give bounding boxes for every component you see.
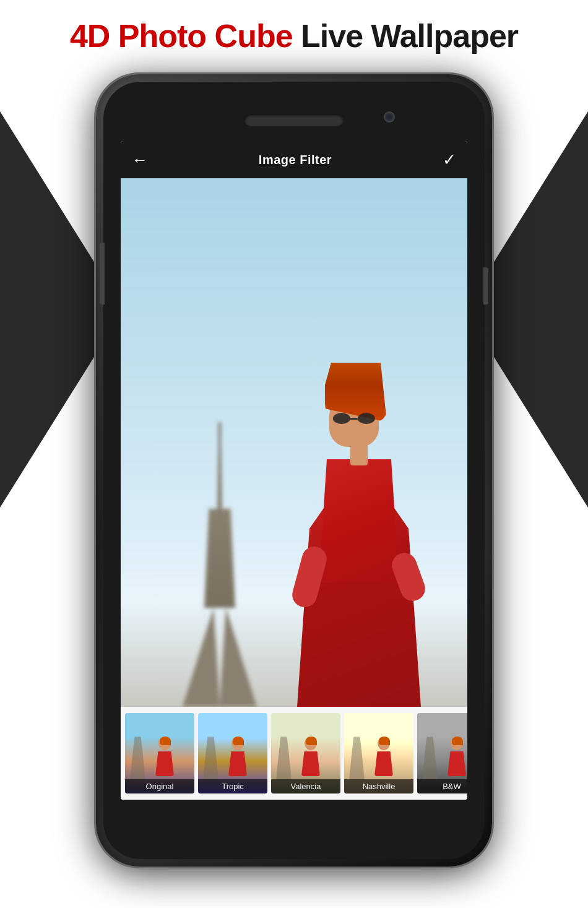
thumb-person-tropic — [225, 737, 250, 780]
thumb-hair-original — [160, 737, 171, 745]
title-cube: Cube — [215, 18, 293, 54]
thumb-body-tropic — [228, 751, 247, 776]
camera-icon — [384, 111, 395, 123]
thumb-person-original — [152, 737, 177, 780]
back-button[interactable]: ← — [132, 150, 148, 170]
thumb-person-valencia — [298, 737, 323, 780]
thumb-head-nashville — [378, 737, 390, 750]
title-4d: 4D Photo — [70, 18, 215, 54]
filter-item-valencia[interactable]: Valencia — [271, 713, 340, 793]
power-button — [483, 267, 488, 305]
filter-item-nashville[interactable]: Nashville — [344, 713, 413, 793]
filter-label-tropic: Tropic — [198, 779, 267, 793]
phone-device: ← Image Filter ✓ — [96, 74, 492, 867]
sunglass-right — [358, 413, 375, 424]
woman-top — [319, 459, 399, 583]
thumb-person-nashville — [371, 737, 396, 780]
tower-base-right — [220, 608, 257, 707]
thumb-hair-nashville — [379, 737, 390, 745]
filter-label-bw: B&W — [417, 779, 467, 793]
filter-item-tropic[interactable]: Tropic — [198, 713, 267, 793]
tower-mid — [204, 509, 235, 608]
phone-screen: ← Image Filter ✓ — [121, 141, 467, 800]
filter-label-nashville: Nashville — [344, 779, 413, 793]
app-title: 4D Photo Cube Live Wallpaper — [0, 17, 588, 54]
thumb-person-bw — [444, 737, 467, 780]
main-image-area — [121, 178, 467, 707]
filter-item-original[interactable]: Original — [125, 713, 194, 793]
thumb-head-valencia — [305, 737, 317, 750]
eiffel-tower — [183, 447, 257, 707]
app-bar: ← Image Filter ✓ — [121, 141, 467, 178]
thumb-hair-valencia — [306, 737, 317, 745]
sunglass-left — [333, 413, 350, 424]
volume-buttons — [100, 243, 105, 305]
eiffel-scene — [121, 178, 467, 707]
speaker-grill — [244, 114, 344, 126]
tower-top — [214, 447, 226, 509]
thumb-head-bw — [451, 737, 463, 750]
woman-figure — [285, 391, 433, 707]
thumb-head-tropic — [231, 737, 244, 750]
thumb-head-original — [158, 737, 171, 750]
thumb-body-nashville — [374, 751, 393, 776]
thumb-body-valencia — [301, 751, 320, 776]
thumb-body-original — [155, 751, 174, 776]
title-rest: Live Wallpaper — [293, 18, 519, 54]
sunglasses — [333, 413, 375, 425]
filter-label-original: Original — [125, 779, 194, 793]
thumb-hair-tropic — [233, 737, 244, 745]
filter-item-bw[interactable]: B&W — [417, 713, 467, 793]
sunglass-bridge — [350, 418, 358, 420]
confirm-button[interactable]: ✓ — [443, 150, 456, 170]
thumb-body-bw — [447, 751, 466, 776]
filter-strip: Original Tropic — [121, 707, 467, 800]
tower-needle — [218, 422, 221, 447]
app-bar-title: Image Filter — [259, 153, 332, 167]
phone-bezel: ← Image Filter ✓ — [103, 82, 485, 859]
filter-label-valencia: Valencia — [271, 779, 340, 793]
thumb-hair-bw — [452, 737, 463, 745]
tower-base-left — [183, 608, 220, 707]
